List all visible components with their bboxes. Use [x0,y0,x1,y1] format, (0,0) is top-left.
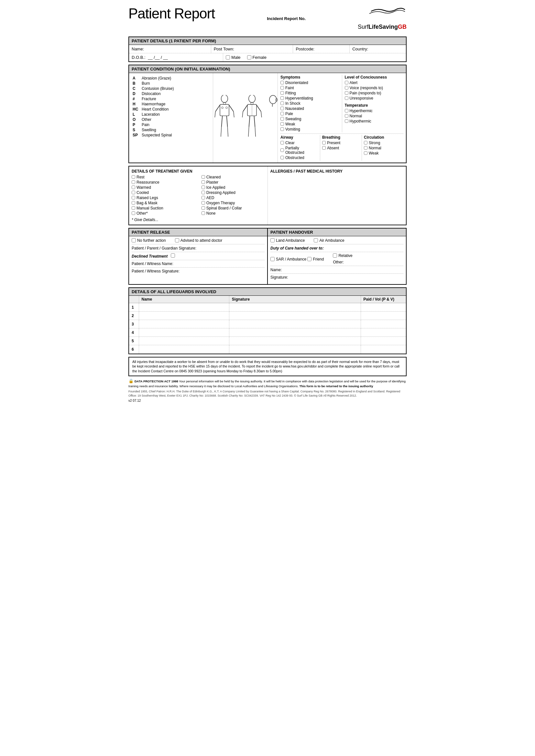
give-details: * Give Details... [132,218,265,222]
symptom-checkbox[interactable] [280,112,284,115]
witness-sig-label: Patient / Witness Signature: [132,269,180,273]
svg-line-24 [255,127,256,137]
treatment-label: Bag & Mask [136,201,157,205]
release-handover-section: PATIENT RELEASE No further action Advise… [128,228,407,285]
treatment-checkbox[interactable] [132,175,135,179]
svg-point-11 [221,107,223,109]
breathing-title: Breathing [322,135,360,140]
loc-group: Level of Conciousness AlertVoice (respon… [342,75,404,132]
breathing-checkbox[interactable] [322,146,326,149]
lifeguard-name-cell [139,311,229,320]
symptom-checkbox[interactable] [280,96,284,100]
relative-label: Relative [338,254,352,258]
loc-title: Level of Conciousness [345,75,404,79]
treatment-checkbox[interactable] [202,180,205,184]
friend-group: Friend [307,257,324,261]
treatment-body: DETAILS OF TREATMENT GIVEN RestReassuran… [129,167,406,225]
no-further-action-checkbox[interactable] [132,238,136,242]
land-ambulance-checkbox[interactable] [270,238,275,242]
lifeguard-row: 4 [129,328,406,337]
relative-checkbox[interactable] [333,254,337,257]
treatment-checkbox[interactable] [202,206,205,210]
treatment-checkbox[interactable] [132,185,135,189]
treatment-item: Cleaned [202,175,265,179]
treatment-label: AED [206,196,214,200]
treatment-checkbox[interactable] [202,201,205,204]
circulation-checkbox[interactable] [364,146,367,149]
duty-left: SAR / Ambulance Friend [270,256,324,262]
svg-line-17 [243,105,247,112]
temp-checkbox[interactable] [345,114,348,118]
air-ambulance-checkbox[interactable] [314,238,318,242]
airway-breathing-circulation: Airway ClearPartially ObstructedObstruct… [280,133,403,161]
friend-checkbox[interactable] [307,257,312,261]
sar-ambulance-checkbox[interactable] [270,257,275,261]
treatment-checkbox[interactable] [202,211,205,215]
friend-label: Friend [313,257,324,261]
loc-checkbox[interactable] [345,86,348,90]
loc-checkbox[interactable] [345,96,348,100]
female-checkbox[interactable] [247,55,251,60]
loc-item: Unresponsive [345,96,404,100]
loc-checkbox[interactable] [345,81,348,84]
patient-handover-panel: PATIENT HANDOVER Land Ambulance Air Ambu… [268,229,406,284]
airway-checkbox[interactable] [280,156,284,159]
patient-condition-header: PATIENT CONDITION (on initial examinatio… [129,65,406,73]
symptom-checkbox[interactable] [280,122,284,126]
witness-name-row: Patient / Witness Name: [132,261,265,268]
treatment-checkbox[interactable] [202,185,205,189]
treatment-checkbox[interactable] [132,196,135,200]
injury-code: A [132,76,141,81]
treatment-item: Cooled [132,190,195,195]
loc-item: Voice (responds to) [345,86,404,90]
treatment-label: Dressing Applied [206,190,236,195]
symptom-checkbox[interactable] [280,107,284,110]
allergies-title: ALLERGIES / PAST MEDICAL HISTORY [270,169,404,174]
female-label: Female [253,55,267,60]
treatment-checkbox[interactable] [132,201,135,204]
handover-sig-row: Signature: [270,275,403,281]
symptom-checkbox[interactable] [280,117,284,121]
advised-doctor-group: Advised to attend doctor [175,238,222,243]
release-actions-row: No further action Advised to attend doct… [132,238,265,244]
circulation-checkbox[interactable] [364,151,367,155]
treatment-item: Plaster [202,180,265,185]
temp-checkbox[interactable] [345,119,348,123]
treatment-checkbox[interactable] [132,180,135,184]
airway-checkbox[interactable] [280,141,284,145]
symptom-checkbox[interactable] [280,86,284,90]
air-ambulance-label: Air Ambulance [319,238,344,243]
symptom-label: Nauseated [285,106,304,111]
treatment-checkbox[interactable] [202,191,205,194]
treatment-checkbox[interactable] [132,206,135,210]
advised-doctor-checkbox[interactable] [175,238,179,242]
injury-desc: Other [141,117,210,122]
loc-label: Pain (responds to) [350,91,381,95]
symptom-item: Nauseated [280,106,339,111]
male-checkbox[interactable] [226,55,230,60]
declined-checkbox[interactable] [171,254,175,257]
temp-checkbox[interactable] [345,109,348,113]
symptom-checkbox[interactable] [280,91,284,95]
symptom-label: Pale [285,112,293,116]
treatment-section: DETAILS OF TREATMENT GIVEN RestReassuran… [128,166,407,225]
treatment-label: Warmed [136,185,151,190]
symptom-checkbox[interactable] [280,101,284,105]
treatment-checkbox[interactable] [132,191,135,194]
injury-code-row: HCHeart Condition [132,107,210,112]
lifeguard-sig-cell [229,303,361,311]
treatment-checkbox[interactable] [132,211,135,215]
treatment-checkbox[interactable] [202,196,205,200]
injury-code: S [132,127,141,132]
treatment-checkbox[interactable] [202,175,205,179]
symptom-checkbox[interactable] [280,127,284,131]
lifeguard-name-cell [139,345,229,354]
breathing-checkbox[interactable] [322,141,326,145]
loc-checkbox[interactable] [345,91,348,95]
lifeguard-paid-cell [361,328,406,337]
airway-checkbox[interactable] [280,148,284,152]
circulation-checkbox[interactable] [364,141,367,145]
injury-code: B [132,81,141,86]
circulation-label: Normal [369,146,381,150]
symptom-checkbox[interactable] [280,81,284,84]
